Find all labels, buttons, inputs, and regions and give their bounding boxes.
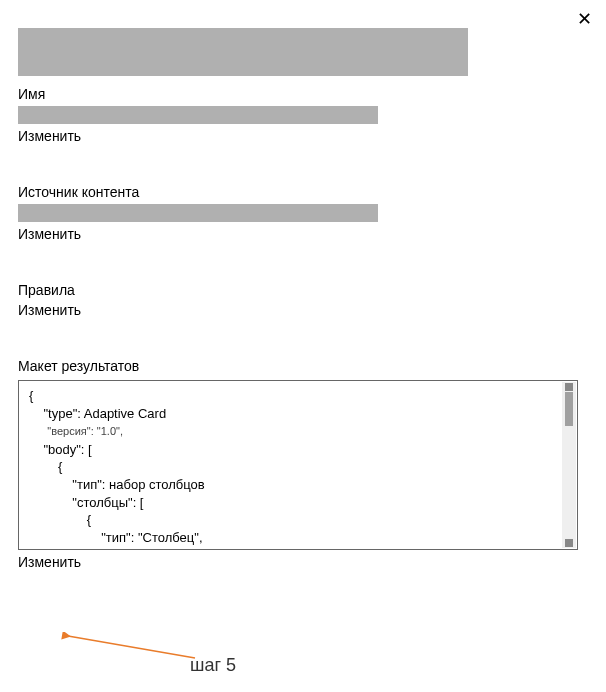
scrollbar-thumb[interactable] [565,392,573,426]
rules-edit-link[interactable]: Изменить [18,302,588,318]
json-line: "столбцы": [ [29,494,567,512]
title-placeholder-block [18,28,468,76]
content-source-edit-link[interactable]: Изменить [18,226,588,242]
name-edit-link[interactable]: Изменить [18,128,588,144]
rules-label: Правила [18,282,588,298]
json-line: "тип": набор столбцов [29,476,567,494]
annotation-arrow-icon [60,632,200,662]
step-annotation-label: шаг 5 [190,655,236,676]
json-line: "версия": "1.0", [29,424,567,439]
name-label: Имя [18,86,588,102]
close-icon[interactable]: ✕ [577,10,592,28]
scrollbar-track[interactable] [562,382,576,548]
scroll-down-arrow-icon[interactable] [565,539,573,547]
content-source-field-placeholder [18,204,378,222]
json-line: "тип": "Столбец", [29,529,567,547]
results-layout-edit-link[interactable]: Изменить [18,554,588,570]
svg-line-0 [68,636,195,658]
json-line: { [29,387,567,405]
results-layout-label: Макет результатов [18,358,588,374]
json-line: { [29,458,567,476]
content-source-label: Источник контента [18,184,588,200]
json-line: "type": Adaptive Card [29,405,567,423]
scroll-up-arrow-icon[interactable] [565,383,573,391]
json-line: "body": [ [29,441,567,459]
name-field-placeholder [18,106,378,124]
json-line: { [29,511,567,529]
results-layout-textarea[interactable]: { "type": Adaptive Card "версия": "1.0",… [18,380,578,550]
